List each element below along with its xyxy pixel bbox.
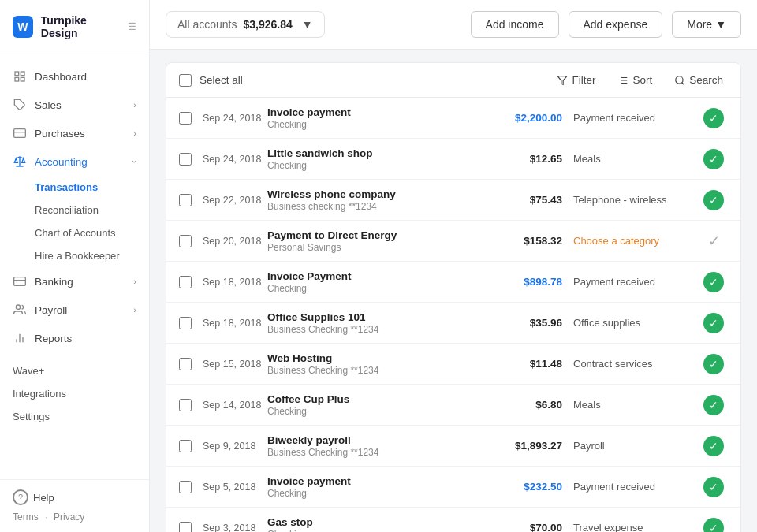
sidebar-sub-hire-bookkeeper[interactable]: Hire a Bookkeeper xyxy=(0,244,149,267)
tx-info: Payment to Direct Energy Personal Saving… xyxy=(267,229,491,253)
sidebar-item-sales[interactable]: Sales › xyxy=(0,91,149,119)
tx-status: ✓ xyxy=(699,190,728,210)
sidebar-integrations[interactable]: Integrations xyxy=(13,385,136,403)
table-row: Sep 24, 2018 Little sandwich shop Checki… xyxy=(166,139,740,180)
tx-status: ✓ xyxy=(699,395,728,415)
status-done-icon: ✓ xyxy=(703,313,724,333)
svg-marker-15 xyxy=(558,76,568,84)
tx-category[interactable]: Choose a category xyxy=(573,235,699,247)
sidebar-wave-plus[interactable]: Wave+ xyxy=(13,362,136,380)
table-actions: Filter Sort Search xyxy=(552,71,728,89)
tx-account: Checking xyxy=(267,406,491,417)
tx-amount: $35.96 xyxy=(491,317,562,329)
status-done-icon: ✓ xyxy=(703,518,724,533)
status-done-icon: ✓ xyxy=(703,436,724,456)
accounting-chevron-icon: › xyxy=(130,160,140,163)
tx-name: Invoice Payment xyxy=(267,270,491,282)
row-checkbox-2[interactable] xyxy=(179,194,192,206)
tx-status: ✓ xyxy=(699,231,728,251)
row-checkbox-1[interactable] xyxy=(179,153,192,166)
tx-status: ✓ xyxy=(699,518,728,533)
more-button[interactable]: More ▼ xyxy=(672,11,741,38)
sidebar-item-purchases[interactable]: Purchases › xyxy=(0,119,149,147)
logo-icon: W xyxy=(13,16,33,38)
sidebar-toggle-icon[interactable]: ☰ xyxy=(128,21,136,32)
footer-links: Terms · Privacy xyxy=(13,512,136,523)
sidebar-item-dashboard[interactable]: Dashboard xyxy=(0,62,149,91)
help-button[interactable]: ? Help xyxy=(13,489,136,505)
sidebar-item-reports-label: Reports xyxy=(35,333,72,344)
sidebar-settings[interactable]: Settings xyxy=(13,407,136,426)
sidebar-item-sales-label: Sales xyxy=(35,99,62,111)
filter-button[interactable]: Filter xyxy=(552,71,600,89)
row-checkbox-0[interactable] xyxy=(179,112,192,125)
sales-chevron-icon: › xyxy=(133,100,136,110)
tx-amount: $232.50 xyxy=(491,481,562,493)
table-row: Sep 5, 2018 Invoice payment Checking $23… xyxy=(166,467,740,508)
row-checkbox-9[interactable] xyxy=(179,481,192,493)
add-expense-button[interactable]: Add expense xyxy=(569,11,663,38)
sidebar: W Turnpike Design ☰ Dashboard Sales › Pu… xyxy=(0,0,150,532)
purchases-chevron-icon: › xyxy=(133,128,136,138)
row-checkbox-8[interactable] xyxy=(179,440,192,452)
bank-icon xyxy=(13,274,27,288)
tx-info: Coffee Cup Plus Checking xyxy=(267,393,491,417)
tx-info: Invoice Payment Checking xyxy=(267,270,491,294)
status-done-icon: ✓ xyxy=(703,354,724,374)
tx-date: Sep 15, 2018 xyxy=(203,359,267,370)
status-done-icon: ✓ xyxy=(703,272,724,292)
sidebar-item-accounting-label: Accounting xyxy=(35,156,88,168)
tx-account: Checking xyxy=(267,119,491,130)
row-checkbox-5[interactable] xyxy=(179,317,192,329)
svg-rect-1 xyxy=(21,72,24,76)
sidebar-item-payroll[interactable]: Payroll › xyxy=(0,296,149,324)
sidebar-nav: Dashboard Sales › Purchases › Accounting… xyxy=(0,54,149,479)
row-checkbox-4[interactable] xyxy=(179,276,192,288)
tx-status: ✓ xyxy=(699,149,728,169)
tx-status: ✓ xyxy=(699,477,728,497)
row-checkbox-6[interactable] xyxy=(179,358,192,370)
privacy-link[interactable]: Privacy xyxy=(54,512,84,523)
row-checkbox-3[interactable] xyxy=(179,235,192,247)
credit-card-icon xyxy=(13,126,27,140)
tx-status: ✓ xyxy=(699,354,728,374)
tx-name: Payment to Direct Energy xyxy=(267,229,491,241)
status-done-icon: ✓ xyxy=(703,395,724,415)
sidebar-item-reports[interactable]: Reports xyxy=(0,324,149,352)
help-circle-icon: ? xyxy=(13,489,28,505)
tx-date: Sep 22, 2018 xyxy=(203,195,267,206)
account-selector[interactable]: All accounts $3,926.84 ▼ xyxy=(166,11,325,38)
sidebar-sub-reconciliation[interactable]: Reconciliation xyxy=(0,199,149,221)
row-checkbox-10[interactable] xyxy=(179,522,192,533)
tx-amount: $11.48 xyxy=(491,358,562,370)
tx-info: Office Supplies 101 Business Checking **… xyxy=(267,311,491,335)
sidebar-item-accounting[interactable]: Accounting › xyxy=(0,147,149,176)
table-row: Sep 18, 2018 Office Supplies 101 Busines… xyxy=(166,303,740,344)
top-bar: All accounts $3,926.84 ▼ Add income Add … xyxy=(150,0,757,50)
status-done-icon: ✓ xyxy=(703,477,724,497)
sidebar-item-banking[interactable]: Banking › xyxy=(0,267,149,296)
row-checkbox-7[interactable] xyxy=(179,399,192,411)
transactions-table: Select all Filter Sort Search xyxy=(166,62,741,532)
tx-amount: $2,200.00 xyxy=(491,112,562,124)
sidebar-logo[interactable]: W Turnpike Design ☰ xyxy=(0,0,149,54)
tx-account: Business checking **1234 xyxy=(267,201,491,212)
sidebar-sub-chart-of-accounts[interactable]: Chart of Accounts xyxy=(0,221,149,244)
select-all-checkbox[interactable] xyxy=(179,74,192,87)
sidebar-sub-transactions[interactable]: Transactions xyxy=(0,176,149,199)
sort-button[interactable]: Sort xyxy=(613,71,657,89)
account-caret-icon: ▼ xyxy=(302,18,313,31)
tx-amount: $898.78 xyxy=(491,276,562,288)
sort-icon xyxy=(617,75,628,86)
tx-category: Office supplies xyxy=(573,317,699,329)
scale-icon xyxy=(13,154,27,169)
add-income-button[interactable]: Add income xyxy=(471,11,559,38)
terms-link[interactable]: Terms xyxy=(13,512,39,523)
tx-category: Travel expense xyxy=(573,522,699,532)
table-row: Sep 24, 2018 Invoice payment Checking $2… xyxy=(166,98,740,139)
tx-status: ✓ xyxy=(699,313,728,333)
search-button[interactable]: Search xyxy=(669,71,728,89)
tx-amount: $75.43 xyxy=(491,194,562,206)
tx-amount: $6.80 xyxy=(491,399,562,411)
tx-category: Meals xyxy=(573,399,699,411)
